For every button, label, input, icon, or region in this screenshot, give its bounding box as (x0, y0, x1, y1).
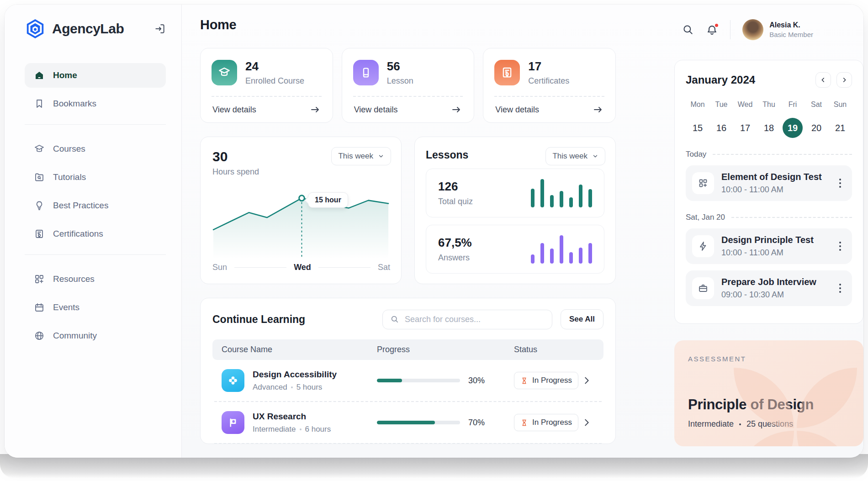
calendar-next-button[interactable] (836, 72, 852, 88)
assessment-card[interactable]: ASSESSMENT Principle of Design Intermedi… (674, 340, 863, 446)
bar (550, 248, 554, 264)
main-content: Home 24 Enrolled Course View details (182, 5, 660, 458)
total-quiz-stat: 126 Total quiz (426, 169, 604, 217)
sidebar-item-bookmarks[interactable]: Bookmarks (25, 91, 166, 116)
bar (588, 243, 592, 264)
header-search-button[interactable] (682, 24, 694, 36)
day-15[interactable]: 15 (686, 118, 709, 138)
day-16[interactable]: 16 (709, 118, 733, 138)
mini-texts: 126 Total quiz (438, 180, 473, 206)
progress-fill (377, 379, 402, 382)
weekday: Thu (757, 100, 781, 109)
hours-range-dropdown[interactable]: This week (331, 147, 391, 165)
search-input[interactable] (405, 315, 545, 324)
weekday: Sat (804, 100, 828, 109)
continue-learning-title: Continue Learning (212, 313, 374, 326)
bar (531, 189, 535, 207)
course-texts: UX Research Intermediate 6 hours (253, 412, 331, 434)
event-time: 10:00 - 11:00 AM (721, 248, 814, 258)
view-details-link[interactable]: View details (494, 96, 604, 122)
course-search (382, 310, 552, 329)
grid-plus-icon (692, 172, 714, 194)
event-prepare-job-interview[interactable]: Prepare Job Interview 09:00 - 10:30 AM (686, 270, 852, 306)
stat-value: 24 (245, 59, 304, 74)
bookmark-icon (34, 98, 45, 109)
kebab-menu-icon[interactable] (835, 281, 846, 296)
x-axis: Sun Wed Sat (212, 263, 390, 276)
weekday: Mon (686, 100, 709, 109)
course-duration: 5 hours (296, 383, 323, 392)
stat-value: 56 (387, 59, 413, 74)
certificate-icon (34, 228, 45, 239)
sidebar-item-certifications[interactable]: Certifications (25, 222, 166, 246)
sidebar-collapse-button[interactable] (154, 23, 166, 35)
notifications-button[interactable] (706, 24, 718, 36)
chevron-right-icon[interactable] (582, 418, 592, 428)
sidebar: AgencyLab Home Bookmarks Courses (5, 5, 182, 458)
weekday-row: Mon Tue Wed Thu Fri Sat Sun (686, 100, 852, 109)
day-21[interactable]: 21 (828, 118, 852, 138)
see-all-button[interactable]: See All (561, 309, 603, 329)
calendar-prev-button[interactable] (815, 72, 831, 88)
event-texts: Element of Design Test 10:00 - 11:00 AM (721, 172, 822, 195)
sidebar-item-resources[interactable]: Resources (25, 267, 166, 291)
sidebar-item-community[interactable]: Community (25, 323, 166, 348)
bar (540, 179, 544, 207)
group-label-sat-jan-20: Sat, Jan 20 (686, 213, 852, 222)
quiz-label: Total quiz (438, 197, 473, 206)
user-menu[interactable]: Alesia K. Basic Member (742, 19, 813, 40)
status-badge[interactable]: In Progress (514, 372, 578, 389)
sidebar-item-home[interactable]: Home (25, 63, 166, 88)
table-row-ux-research[interactable]: UX Research Intermediate 6 hours 70% (212, 402, 603, 443)
lessons-range-dropdown[interactable]: This week (545, 147, 605, 165)
chart-area-fill (213, 198, 388, 259)
day-18[interactable]: 18 (757, 118, 781, 138)
sidebar-item-label: Tutorials (53, 172, 86, 182)
status-cell: In Progress (514, 372, 594, 389)
weekday: Fri (781, 100, 804, 109)
kebab-menu-icon[interactable] (835, 176, 846, 190)
grid-plus-icon (34, 274, 45, 285)
view-details-link[interactable]: View details (353, 96, 463, 122)
row-divider (214, 443, 602, 444)
chevron-right-icon[interactable] (582, 375, 592, 386)
app-window: AgencyLab Home Bookmarks Courses (5, 5, 863, 458)
user-name: Alesia K. (769, 21, 813, 29)
event-time: 10:00 - 11:00 AM (721, 185, 822, 195)
day-20[interactable]: 20 (804, 118, 828, 138)
answers-label: Answers (438, 253, 472, 263)
event-design-principle-test[interactable]: Design Principle Test 10:00 - 11:00 AM (686, 228, 852, 264)
stat-label: Certificates (528, 76, 569, 86)
event-element-of-design-test[interactable]: Element of Design Test 10:00 - 11:00 AM (686, 165, 852, 201)
calendar-nav (815, 72, 852, 88)
chevron-down-icon (378, 153, 384, 159)
view-details-label: View details (354, 105, 398, 115)
group-label-today: Today (686, 150, 852, 159)
sidebar-item-events[interactable]: Events (25, 295, 166, 320)
sidebar-item-best-practices[interactable]: Best Practices (25, 193, 166, 218)
status-badge[interactable]: In Progress (514, 414, 578, 431)
progress-cell: 70% (377, 418, 514, 428)
petal-decoration (797, 431, 857, 446)
axis-label: Sat (378, 263, 390, 272)
day-19-selected[interactable]: 19 (781, 118, 804, 138)
sidebar-item-label: Home (53, 70, 77, 80)
line-chart-svg (212, 187, 390, 259)
axis-line (318, 267, 370, 268)
view-details-link[interactable]: View details (212, 96, 322, 122)
sidebar-item-tutorials[interactable]: Tutorials (25, 165, 166, 190)
course-cell: Design Accessibility Advanced 5 hours (222, 369, 377, 392)
event-title: Prepare Job Interview (721, 277, 816, 287)
assessment-level: Intermediate (688, 419, 734, 429)
notification-badge (714, 23, 719, 28)
table-row-design-accessibility[interactable]: Design Accessibility Advanced 5 hours 30… (212, 360, 603, 401)
kebab-menu-icon[interactable] (835, 239, 846, 254)
search-icon (390, 315, 399, 324)
hourglass-icon (520, 419, 528, 427)
day-17[interactable]: 17 (733, 118, 757, 138)
quiz-bar-chart (519, 179, 592, 207)
assessment-tag: ASSESSMENT (688, 355, 850, 363)
sidebar-item-courses[interactable]: Courses (25, 137, 166, 161)
stat-label: Enrolled Course (245, 76, 304, 86)
stat-texts: 56 Lesson (387, 59, 413, 86)
